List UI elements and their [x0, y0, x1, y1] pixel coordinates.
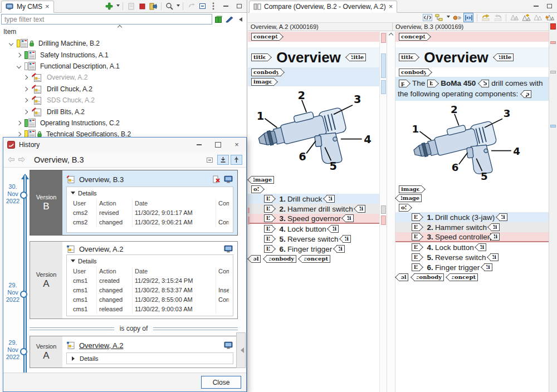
- tree-item-sds-chuck[interactable]: SDS Chuck, A.2: [0, 95, 247, 106]
- package-icon[interactable]: [213, 14, 223, 24]
- chevron-right-icon[interactable]: [23, 75, 27, 80]
- conbody-open-row[interactable]: conbody: [395, 67, 549, 77]
- left-pane-scrollbar[interactable]: [387, 32, 395, 392]
- maximize-button[interactable]: [208, 139, 227, 151]
- title-row[interactable]: title Overview title: [395, 47, 549, 67]
- right-overview-ruler[interactable]: [549, 22, 557, 392]
- image-close-row[interactable]: image: [248, 175, 379, 184]
- show-ascending-toggle[interactable]: [231, 155, 242, 165]
- details-disclosure-collapsed[interactable]: Details: [71, 354, 229, 362]
- overall-change-indicator[interactable]: [550, 23, 556, 30]
- close-icon[interactable]: [389, 3, 393, 11]
- preview-icon[interactable]: [224, 341, 233, 349]
- minimize-view-button[interactable]: [530, 2, 542, 10]
- image-open-row[interactable]: image: [395, 185, 549, 194]
- tab-my-cms[interactable]: My CMS: [1, 1, 54, 13]
- left-document-pane[interactable]: concept title Overview title conbody ima…: [248, 32, 379, 392]
- new-item-dropdown-icon[interactable]: [116, 4, 120, 8]
- tree-item-operating-instructions[interactable]: Operating Instructions, C.2: [0, 117, 247, 129]
- chevron-down-icon[interactable]: [16, 64, 21, 68]
- list-item-changed[interactable]: li3.Speed controllerli: [395, 232, 549, 242]
- stop-button[interactable]: [137, 2, 147, 11]
- chevron-right-icon[interactable]: [23, 98, 27, 102]
- change-marker[interactable]: [381, 80, 386, 94]
- preview-icon[interactable]: [224, 175, 233, 183]
- change-marker[interactable]: [381, 215, 386, 225]
- ol-open-row[interactable]: ol: [395, 203, 549, 212]
- list-item[interactable]: li4.Lock buttonli: [395, 242, 549, 252]
- dialog-title-bar[interactable]: History: [3, 138, 246, 152]
- tree-item-safety-instructions[interactable]: Safety Instructions, A.1: [0, 49, 247, 60]
- closing-tags-row[interactable]: olconbodyconcept: [248, 254, 379, 264]
- tree-item-drilling-machine[interactable]: Drilling Machine, B.2: [0, 38, 247, 49]
- tab-compare[interactable]: Compare (Overview, B.2 - Overview, A.2): [249, 1, 397, 13]
- filter-input[interactable]: [1, 14, 212, 24]
- tree-item-functional-description[interactable]: Functional Description, A.1: [0, 61, 247, 72]
- change-marker[interactable]: [550, 71, 556, 74]
- chevron-right-icon[interactable]: [16, 132, 21, 136]
- preview-icon[interactable]: [224, 245, 233, 253]
- minimize-view-button[interactable]: [219, 2, 232, 10]
- quick-filter-icon[interactable]: [224, 14, 234, 24]
- tree-item-overview[interactable]: Overview, A.2: [0, 72, 247, 83]
- close-icon[interactable]: [45, 3, 50, 11]
- title-row[interactable]: title Overview title: [248, 47, 379, 67]
- view-mode-dropdown-icon[interactable]: [447, 16, 450, 19]
- source-view-icon[interactable]: [422, 13, 432, 22]
- right-document-pane[interactable]: concept title Overview title conbody pTh…: [395, 32, 549, 392]
- change-marker[interactable]: [550, 41, 556, 44]
- version-card-a[interactable]: Version A Overview, A.2 Details UserActi…: [30, 241, 238, 319]
- chevron-right-icon[interactable]: [23, 87, 27, 91]
- ol-open-row[interactable]: ol: [248, 184, 379, 194]
- collapsed-side-panel[interactable]: [236, 332, 246, 368]
- list-item[interactable]: li4.Lock buttonli: [248, 224, 379, 234]
- tree-item-drill-bits[interactable]: Drill Bits, A.2: [0, 106, 247, 117]
- image-close-row[interactable]: image: [395, 194, 549, 203]
- maximize-view-button[interactable]: [543, 2, 555, 10]
- synchronized-compare-toggle[interactable]: [463, 13, 473, 22]
- new-item-button[interactable]: [104, 2, 114, 11]
- card-title-link[interactable]: Overview, A.2: [79, 341, 123, 350]
- details-disclosure[interactable]: Details: [71, 189, 229, 197]
- change-marker[interactable]: [550, 125, 556, 128]
- chevron-right-icon[interactable]: [23, 109, 27, 114]
- list-item-changed[interactable]: li3.Speed governorli: [248, 214, 379, 224]
- paragraph-row-inserted[interactable]: pThebBoMa 450bdrill comes with the follo…: [395, 77, 549, 101]
- tree-item-drill-chuck[interactable]: Drill Chuck, A.2: [0, 84, 247, 95]
- change-marker[interactable]: [381, 205, 386, 214]
- compare-settings-icon[interactable]: [452, 13, 462, 22]
- list-item[interactable]: li1.Drill chuckli: [248, 194, 379, 204]
- view-menu-icon[interactable]: [208, 2, 218, 11]
- list-item[interactable]: li5.Reverse switchli: [248, 234, 379, 244]
- copy-change-right-button[interactable]: [481, 13, 491, 22]
- list-item[interactable]: li5.Reverse switchli: [395, 252, 549, 262]
- tree-view-icon[interactable]: [434, 13, 444, 22]
- show-descending-toggle[interactable]: [217, 155, 229, 165]
- maximize-view-button[interactable]: [233, 2, 245, 10]
- left-overview-ruler[interactable]: [379, 32, 387, 392]
- image-open-row[interactable]: image: [248, 77, 379, 86]
- collapse-all-button[interactable]: [197, 2, 207, 11]
- logout-button[interactable]: [148, 2, 158, 11]
- change-marker[interactable]: [381, 33, 386, 43]
- closing-tags-row[interactable]: olconbodyconcept: [395, 272, 549, 282]
- version-card-a-source[interactable]: Version A Overview, A.2 Details: [30, 336, 238, 368]
- close-button[interactable]: [227, 139, 246, 151]
- list-item[interactable]: li2.Hammer drill switchli: [248, 204, 379, 214]
- conbody-open-row[interactable]: conbody: [248, 67, 379, 77]
- details-disclosure[interactable]: Details: [71, 257, 229, 265]
- search-dropdown-icon[interactable]: [177, 4, 180, 8]
- list-item-changed[interactable]: li2.Hammer switchli: [395, 222, 549, 232]
- list-item[interactable]: li6.Finger triggerli: [248, 244, 379, 254]
- list-item[interactable]: li6.Finger triggerli: [395, 262, 549, 272]
- next-change-button[interactable]: [545, 13, 555, 22]
- concept-open-row[interactable]: concept: [395, 32, 549, 42]
- chevron-down-icon[interactable]: [8, 41, 13, 46]
- change-marker[interactable]: [381, 53, 386, 78]
- discard-version-icon[interactable]: [212, 175, 221, 183]
- concept-open-row[interactable]: concept: [248, 32, 379, 42]
- chevron-right-icon[interactable]: [16, 121, 21, 125]
- collapse-panel-icon[interactable]: [236, 14, 246, 24]
- scroll-up-icon[interactable]: [389, 33, 393, 37]
- chevron-right-icon[interactable]: [16, 52, 21, 57]
